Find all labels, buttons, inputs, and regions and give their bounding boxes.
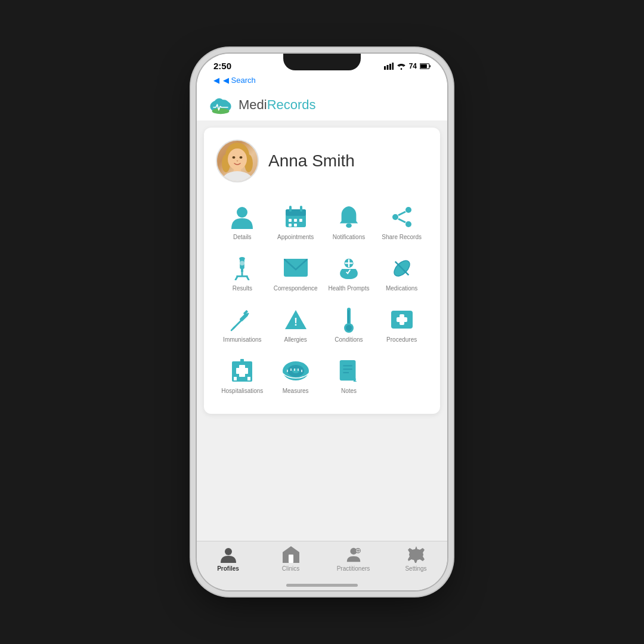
svg-point-15 (228, 148, 247, 170)
microscope-icon (229, 255, 255, 281)
svg-rect-2 (389, 64, 391, 70)
tab-label-practitioners: Practitioners (337, 565, 370, 572)
notch (283, 54, 361, 70)
svg-rect-62 (240, 359, 244, 364)
menu-label-health-prompts: Health Prompts (329, 285, 370, 292)
menu-label-appointments: Appointments (277, 234, 314, 241)
svg-rect-25 (294, 219, 297, 222)
menu-label-allergies: Allergies (284, 336, 306, 343)
menu-item-procedures[interactable]: Procedures (375, 299, 428, 351)
settings-tab-icon (408, 546, 425, 563)
health-icon (336, 255, 362, 281)
svg-point-11 (212, 109, 230, 114)
menu-item-allergies[interactable]: ! Allergies (269, 299, 323, 351)
share-icon (389, 204, 415, 230)
svg-rect-54 (348, 310, 349, 323)
svg-rect-58 (397, 317, 407, 322)
practitioners-tab-icon (345, 546, 362, 563)
menu-item-share-records[interactable]: Share Records (375, 197, 428, 248)
menu-item-details[interactable]: Details (216, 197, 269, 248)
person-icon (229, 204, 255, 230)
status-time: 2:50 (213, 61, 231, 71)
svg-point-17 (239, 156, 242, 159)
svg-rect-79 (286, 551, 296, 553)
tab-settings[interactable]: Settings (385, 546, 447, 572)
svg-rect-37 (241, 268, 243, 273)
svg-point-32 (405, 221, 411, 227)
menu-item-notes[interactable]: Notes (323, 351, 376, 402)
menu-item-measures[interactable]: Measures (269, 351, 323, 402)
tab-practitioners[interactable]: Practitioners (322, 546, 385, 572)
menu-label-measures: Measures (283, 388, 309, 395)
app-header: MediRecords (197, 89, 447, 120)
tab-label-settings: Settings (405, 565, 426, 572)
svg-rect-27 (289, 224, 292, 227)
app-content: MediRecords (197, 89, 447, 541)
svg-point-55 (346, 325, 352, 331)
svg-point-19 (237, 207, 247, 218)
search-bar: ◀ ◀ Search (197, 75, 447, 89)
menu-label-details: Details (233, 234, 252, 241)
menu-item-medications[interactable]: Medications (375, 248, 428, 299)
hospital-icon (229, 358, 255, 384)
svg-point-77 (225, 548, 232, 555)
menu-label-notifications: Notifications (333, 234, 365, 241)
menu-item-hospitalisations[interactable]: Hospitalisations (216, 351, 269, 402)
menu-label-procedures: Procedures (386, 336, 417, 343)
app-title-records: Records (267, 97, 316, 112)
search-label[interactable]: ◀ Search (223, 76, 256, 85)
pill-icon (389, 255, 415, 281)
svg-point-29 (346, 223, 352, 228)
menu-item-health-prompts[interactable]: Health Prompts (323, 248, 376, 299)
phone-frame: 2:50 74 (197, 54, 447, 590)
battery-text: 74 (409, 62, 417, 70)
tab-bar: Profiles Clinics (197, 541, 447, 584)
menu-label-hospitalisations: Hospitalisations (221, 388, 263, 395)
tab-label-profiles: Profiles (217, 565, 239, 572)
svg-point-31 (392, 214, 398, 220)
menu-label-conditions: Conditions (335, 336, 363, 343)
app-title-medi: Medi (239, 97, 267, 112)
syringe-icon (229, 306, 255, 333)
app-title: MediRecords (239, 97, 316, 113)
svg-rect-0 (384, 66, 386, 70)
thermometer-icon (336, 306, 362, 333)
menu-label-immunisations: Immunisations (223, 336, 261, 343)
svg-point-36 (240, 257, 246, 261)
home-bar (286, 584, 358, 587)
tape-icon (283, 358, 309, 384)
calendar-icon (283, 204, 309, 230)
back-icon: ◀ (213, 76, 219, 85)
menu-item-correspondence[interactable]: Correspondence (269, 248, 323, 299)
profile-card: Anna Smith Details (204, 128, 440, 414)
menu-item-conditions[interactable]: Conditions (323, 299, 376, 351)
svg-rect-1 (386, 65, 388, 70)
avatar (216, 140, 259, 182)
svg-point-30 (405, 207, 411, 213)
tab-profiles[interactable]: Profiles (197, 546, 259, 572)
menu-item-notifications[interactable]: Notifications (323, 197, 376, 248)
profile-header: Anna Smith (216, 140, 428, 182)
menu-item-appointments[interactable]: Appointments (269, 197, 323, 248)
menu-item-results[interactable]: Results (216, 248, 269, 299)
svg-point-40 (240, 261, 245, 266)
svg-text:!: ! (294, 316, 298, 328)
logo-container (209, 95, 233, 114)
status-bar: 2:50 74 (197, 54, 447, 75)
svg-rect-5 (429, 65, 431, 67)
svg-rect-22 (289, 206, 292, 212)
app-logo-icon (209, 95, 233, 114)
menu-grid: Details (216, 197, 428, 402)
menu-item-immunisations[interactable]: Immunisations (216, 299, 269, 351)
menu-label-medications: Medications (386, 285, 417, 292)
svg-rect-6 (420, 64, 427, 67)
avatar-image (221, 143, 254, 181)
menu-label-share-records: Share Records (382, 234, 422, 241)
clinics-tab-icon (283, 546, 299, 563)
battery-icon (420, 63, 431, 69)
svg-line-33 (398, 212, 405, 215)
status-icons: 74 (384, 62, 431, 70)
notes-icon (336, 358, 362, 384)
wifi-icon (397, 63, 406, 70)
tab-clinics[interactable]: Clinics (259, 546, 322, 572)
